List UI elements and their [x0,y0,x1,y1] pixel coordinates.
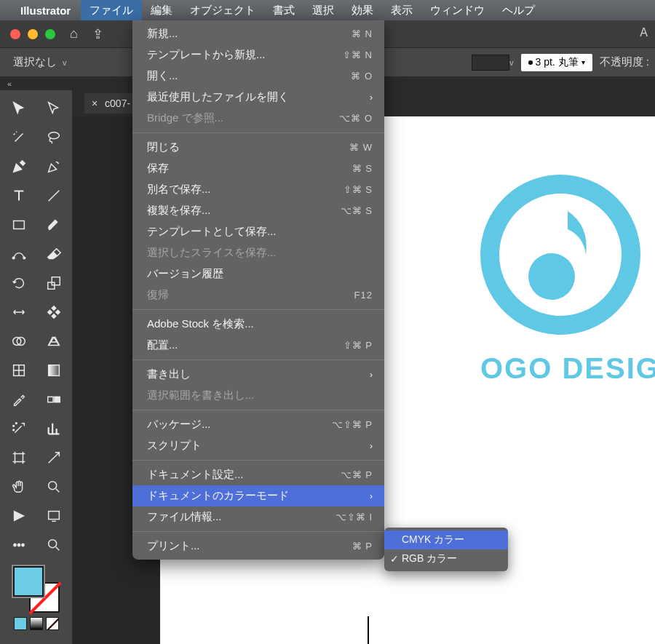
selection-tool[interactable] [4,96,33,121]
rectangle-tool[interactable] [4,212,33,237]
menu-item[interactable]: ファイル情報...⌥⇧⌘ I [132,506,384,528]
menu-item[interactable]: ドキュメント設定...⌥⌘ P [132,464,384,485]
mini-color-swatch[interactable] [14,617,27,630]
opacity-label: 不透明度 : [600,55,649,69]
menu-object[interactable]: オブジェクト [181,0,264,20]
menu-item[interactable]: バージョン履歴 [132,263,384,285]
menu-item-label: 開く... [147,69,178,83]
gradient-tool[interactable] [39,358,68,383]
stroke-weight-select[interactable]: 3 pt. 丸筆 ▾ [521,54,592,71]
scale-tool[interactable] [39,271,68,295]
logo-text: OGO DESIGN [480,352,655,385]
home-icon[interactable]: ⌂ [70,26,78,41]
hand-tool[interactable] [4,474,33,499]
shape-builder-tool[interactable] [4,329,33,354]
pen-tool[interactable] [4,154,33,179]
toggle-screen-tool[interactable] [39,504,68,528]
menu-item[interactable]: 最近使用したファイルを開く› [132,87,384,108]
menu-item-label: Bridge で参照... [147,111,223,125]
submenu-item[interactable]: CMYK カラー [384,530,508,549]
svg-point-2 [12,257,15,259]
lasso-tool[interactable] [39,125,68,150]
menu-help[interactable]: ヘルプ [493,0,544,20]
menu-item[interactable]: 閉じる⌘ W [132,137,384,158]
traffic-light-zoom[interactable] [45,29,55,39]
menu-shortcut: ⌥⌘ P [341,469,373,480]
line-tool[interactable] [39,183,68,208]
menu-item[interactable]: テンプレートとして保存... [132,221,384,242]
svg-point-12 [12,425,14,426]
column-graph-tool[interactable] [39,416,68,441]
traffic-light-close[interactable] [10,29,20,39]
rotate-tool[interactable] [4,271,33,295]
menu-item-label: Adobe Stock を検索... [147,317,254,331]
menu-item[interactable]: Adobe Stock を検索... [132,314,384,335]
menu-item[interactable]: 複製を保存...⌥⌘ S [132,200,384,221]
free-transform-tool[interactable] [39,300,68,325]
menu-file[interactable]: ファイル [81,0,142,20]
search-tool[interactable] [39,533,68,557]
toggle-fill-tool[interactable] [4,504,33,528]
shaper-tool[interactable] [4,242,33,266]
menu-item[interactable]: 新規...⌘ N [132,23,384,44]
mini-none-swatch[interactable] [46,617,59,630]
menu-item[interactable]: プリント...⌘ P [132,536,384,557]
svg-rect-11 [54,397,59,402]
zoom-tool[interactable] [39,474,68,499]
fill-swatch[interactable] [13,566,44,597]
menu-item[interactable]: 書き出し› [132,364,384,385]
paintbrush-tool[interactable] [39,212,68,237]
menu-item[interactable]: スクリプト› [132,435,384,456]
menu-item[interactable]: 別名で保存...⇧⌘ S [132,179,384,200]
menu-effect[interactable]: 効果 [343,0,382,20]
artboard-tool[interactable] [4,445,33,470]
fill-stroke-swatches[interactable] [13,566,60,613]
eraser-tool[interactable] [39,242,68,266]
blend-tool[interactable] [39,387,68,412]
submenu-item[interactable]: ✓RGB カラー [384,549,508,568]
logo-circle [480,175,640,335]
menu-item-label: 選択範囲を書き出し... [147,389,255,402]
menu-item-label: 別名で保存... [147,183,211,196]
symbol-sprayer-tool[interactable] [4,416,33,441]
curvature-tool[interactable] [39,154,68,179]
menu-shortcut: ⌥⇧⌘ I [336,512,373,522]
menu-item-label: スクリプト [147,439,202,453]
menu-item[interactable]: 保存⌘ S [132,158,384,179]
perspective-tool[interactable] [39,329,68,354]
menu-item[interactable]: ドキュメントのカラーモード› [132,485,384,506]
mesh-tool[interactable] [4,358,33,383]
submenu-arrow-icon: › [370,370,373,380]
direct-selection-tool[interactable] [39,96,68,121]
mini-gradient-swatch[interactable] [30,617,43,630]
traffic-light-minimize[interactable] [28,29,38,39]
menu-item-label: 保存 [147,162,169,175]
stroke-swatch-chevron-icon[interactable]: v [509,58,514,67]
share-icon[interactable]: ⇪ [92,26,103,42]
menu-shortcut: ⇧⌘ S [344,184,373,195]
type-tool[interactable] [4,183,33,208]
menu-view[interactable]: 表示 [382,0,421,20]
menu-type[interactable]: 書式 [264,0,303,20]
edit-toolbar-tool[interactable] [4,533,33,557]
width-tool[interactable] [4,300,33,325]
tab-close-icon[interactable]: × [92,98,98,109]
menu-item-label: パッケージ... [147,418,211,432]
menu-item[interactable]: 配置...⇧⌘ P [132,335,384,356]
svg-point-3 [23,257,25,259]
menu-item[interactable]: テンプレートから新規...⇧⌘ N [132,44,384,65]
menu-separator [132,309,384,310]
svg-point-13 [15,423,17,424]
document-tab[interactable]: × c007- [84,93,138,114]
color-mode-swatches[interactable] [14,617,59,630]
stroke-color-swatch[interactable] [472,55,509,71]
menu-select[interactable]: 選択 [303,0,343,20]
eyedropper-tool[interactable] [4,387,33,412]
menu-item[interactable]: 開く...⌘ O [132,65,384,87]
selection-dropdown-icon[interactable]: v [63,58,67,67]
slice-tool[interactable] [39,445,68,470]
menu-window[interactable]: ウィンドウ [421,0,493,20]
menu-edit[interactable]: 編集 [142,0,181,20]
magic-wand-tool[interactable] [4,125,33,150]
menu-item[interactable]: パッケージ...⌥⇧⌘ P [132,414,384,435]
